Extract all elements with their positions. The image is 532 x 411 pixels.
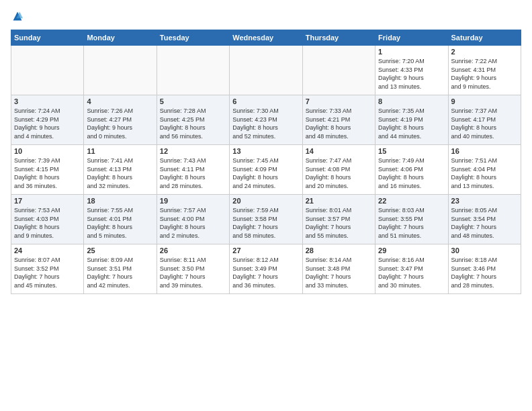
day-number: 28 xyxy=(306,246,372,255)
day-info: Sunrise: 7:45 AM Sunset: 4:09 PM Dayligh… xyxy=(232,156,299,190)
day-info: Sunrise: 7:53 AM Sunset: 4:03 PM Dayligh… xyxy=(14,206,81,240)
calendar-day: 16Sunrise: 7:51 AM Sunset: 4:04 PM Dayli… xyxy=(448,145,521,195)
calendar-day: 7Sunrise: 7:33 AM Sunset: 4:21 PM Daylig… xyxy=(302,95,375,145)
day-number: 9 xyxy=(451,97,518,105)
day-number: 1 xyxy=(378,48,445,56)
calendar-header-saturday: Saturday xyxy=(448,30,521,46)
calendar-header-wednesday: Wednesday xyxy=(230,30,302,46)
calendar-day xyxy=(230,46,302,95)
calendar-header-friday: Friday xyxy=(375,30,448,46)
calendar-day: 5Sunrise: 7:28 AM Sunset: 4:25 PM Daylig… xyxy=(157,95,229,145)
day-number: 24 xyxy=(14,246,81,255)
day-info: Sunrise: 8:01 AM Sunset: 3:57 PM Dayligh… xyxy=(306,206,372,240)
day-number: 22 xyxy=(378,197,445,205)
header xyxy=(11,11,521,21)
calendar-day: 26Sunrise: 8:11 AM Sunset: 3:50 PM Dayli… xyxy=(157,244,229,294)
day-number: 17 xyxy=(14,197,81,205)
page-container: SundayMondayTuesdayWednesdayThursdayFrid… xyxy=(0,0,532,300)
day-number: 14 xyxy=(306,147,372,155)
calendar-header-thursday: Thursday xyxy=(302,30,375,46)
calendar-day: 3Sunrise: 7:24 AM Sunset: 4:29 PM Daylig… xyxy=(11,95,84,145)
day-number: 30 xyxy=(451,246,518,255)
calendar-day: 18Sunrise: 7:55 AM Sunset: 4:01 PM Dayli… xyxy=(84,195,157,244)
day-number: 16 xyxy=(451,147,518,155)
day-info: Sunrise: 8:09 AM Sunset: 3:51 PM Dayligh… xyxy=(87,256,153,289)
calendar-header-tuesday: Tuesday xyxy=(157,30,229,46)
calendar-day: 22Sunrise: 8:03 AM Sunset: 3:55 PM Dayli… xyxy=(375,195,448,244)
day-info: Sunrise: 7:28 AM Sunset: 4:25 PM Dayligh… xyxy=(160,107,226,140)
day-info: Sunrise: 8:14 AM Sunset: 3:48 PM Dayligh… xyxy=(306,256,372,289)
calendar-day: 19Sunrise: 7:57 AM Sunset: 4:00 PM Dayli… xyxy=(157,195,229,244)
calendar-day: 12Sunrise: 7:43 AM Sunset: 4:11 PM Dayli… xyxy=(157,145,229,195)
day-info: Sunrise: 7:30 AM Sunset: 4:23 PM Dayligh… xyxy=(232,107,299,140)
day-number: 25 xyxy=(87,246,153,255)
calendar-day: 15Sunrise: 7:49 AM Sunset: 4:06 PM Dayli… xyxy=(375,145,448,195)
logo-icon xyxy=(12,11,23,21)
day-number: 4 xyxy=(87,97,153,105)
calendar-header-monday: Monday xyxy=(84,30,157,46)
calendar-day: 30Sunrise: 8:18 AM Sunset: 3:46 PM Dayli… xyxy=(448,244,521,294)
day-number: 11 xyxy=(87,147,153,155)
day-info: Sunrise: 8:03 AM Sunset: 3:55 PM Dayligh… xyxy=(378,206,445,240)
day-info: Sunrise: 8:16 AM Sunset: 3:47 PM Dayligh… xyxy=(378,256,445,289)
day-number: 8 xyxy=(378,97,445,105)
day-info: Sunrise: 7:43 AM Sunset: 4:11 PM Dayligh… xyxy=(160,156,226,190)
day-info: Sunrise: 8:18 AM Sunset: 3:46 PM Dayligh… xyxy=(451,256,518,289)
day-number: 15 xyxy=(378,147,445,155)
day-info: Sunrise: 7:35 AM Sunset: 4:19 PM Dayligh… xyxy=(378,107,445,140)
calendar-day: 27Sunrise: 8:12 AM Sunset: 3:49 PM Dayli… xyxy=(230,244,302,294)
calendar-day: 4Sunrise: 7:26 AM Sunset: 4:27 PM Daylig… xyxy=(84,95,157,145)
calendar-day: 6Sunrise: 7:30 AM Sunset: 4:23 PM Daylig… xyxy=(230,95,302,145)
day-info: Sunrise: 7:24 AM Sunset: 4:29 PM Dayligh… xyxy=(14,107,81,140)
calendar-day: 9Sunrise: 7:37 AM Sunset: 4:17 PM Daylig… xyxy=(448,95,521,145)
logo xyxy=(11,11,23,21)
calendar-day: 2Sunrise: 7:22 AM Sunset: 4:31 PM Daylig… xyxy=(448,46,521,95)
calendar-table: SundayMondayTuesdayWednesdayThursdayFrid… xyxy=(11,30,521,294)
calendar-header-row: SundayMondayTuesdayWednesdayThursdayFrid… xyxy=(11,30,521,46)
day-number: 2 xyxy=(451,48,518,56)
calendar-day: 21Sunrise: 8:01 AM Sunset: 3:57 PM Dayli… xyxy=(302,195,375,244)
day-info: Sunrise: 8:07 AM Sunset: 3:52 PM Dayligh… xyxy=(14,256,81,289)
day-info: Sunrise: 7:47 AM Sunset: 4:08 PM Dayligh… xyxy=(306,156,372,190)
calendar-day: 17Sunrise: 7:53 AM Sunset: 4:03 PM Dayli… xyxy=(11,195,84,244)
day-info: Sunrise: 7:51 AM Sunset: 4:04 PM Dayligh… xyxy=(451,156,518,190)
calendar-week-3: 10Sunrise: 7:39 AM Sunset: 4:15 PM Dayli… xyxy=(11,145,521,195)
day-number: 23 xyxy=(451,197,518,205)
day-info: Sunrise: 8:05 AM Sunset: 3:54 PM Dayligh… xyxy=(451,206,518,240)
calendar-day: 1Sunrise: 7:20 AM Sunset: 4:33 PM Daylig… xyxy=(375,46,448,95)
calendar-day: 11Sunrise: 7:41 AM Sunset: 4:13 PM Dayli… xyxy=(84,145,157,195)
day-number: 21 xyxy=(306,197,372,205)
calendar-day: 14Sunrise: 7:47 AM Sunset: 4:08 PM Dayli… xyxy=(302,145,375,195)
day-number: 27 xyxy=(232,246,299,255)
day-number: 3 xyxy=(14,97,81,105)
day-info: Sunrise: 7:37 AM Sunset: 4:17 PM Dayligh… xyxy=(451,107,518,140)
day-number: 5 xyxy=(160,97,226,105)
calendar-day: 24Sunrise: 8:07 AM Sunset: 3:52 PM Dayli… xyxy=(11,244,84,294)
day-info: Sunrise: 7:33 AM Sunset: 4:21 PM Dayligh… xyxy=(306,107,372,140)
calendar-day xyxy=(11,46,84,95)
calendar-day xyxy=(302,46,375,95)
day-number: 12 xyxy=(160,147,226,155)
day-info: Sunrise: 7:26 AM Sunset: 4:27 PM Dayligh… xyxy=(87,107,153,140)
calendar-day: 10Sunrise: 7:39 AM Sunset: 4:15 PM Dayli… xyxy=(11,145,84,195)
day-number: 19 xyxy=(160,197,226,205)
calendar-week-2: 3Sunrise: 7:24 AM Sunset: 4:29 PM Daylig… xyxy=(11,95,521,145)
calendar-day: 13Sunrise: 7:45 AM Sunset: 4:09 PM Dayli… xyxy=(230,145,302,195)
calendar-day: 8Sunrise: 7:35 AM Sunset: 4:19 PM Daylig… xyxy=(375,95,448,145)
calendar-day xyxy=(84,46,157,95)
calendar-day xyxy=(157,46,229,95)
day-number: 18 xyxy=(87,197,153,205)
day-info: Sunrise: 7:39 AM Sunset: 4:15 PM Dayligh… xyxy=(14,156,81,190)
calendar-week-4: 17Sunrise: 7:53 AM Sunset: 4:03 PM Dayli… xyxy=(11,195,521,244)
day-number: 26 xyxy=(160,246,226,255)
day-number: 10 xyxy=(14,147,81,155)
calendar-week-5: 24Sunrise: 8:07 AM Sunset: 3:52 PM Dayli… xyxy=(11,244,521,294)
calendar-day: 23Sunrise: 8:05 AM Sunset: 3:54 PM Dayli… xyxy=(448,195,521,244)
day-info: Sunrise: 7:59 AM Sunset: 3:58 PM Dayligh… xyxy=(232,206,299,240)
day-number: 6 xyxy=(232,97,299,105)
day-info: Sunrise: 7:22 AM Sunset: 4:31 PM Dayligh… xyxy=(451,57,518,91)
calendar-day: 29Sunrise: 8:16 AM Sunset: 3:47 PM Dayli… xyxy=(375,244,448,294)
day-number: 7 xyxy=(306,97,372,105)
day-number: 13 xyxy=(232,147,299,155)
day-number: 20 xyxy=(232,197,299,205)
